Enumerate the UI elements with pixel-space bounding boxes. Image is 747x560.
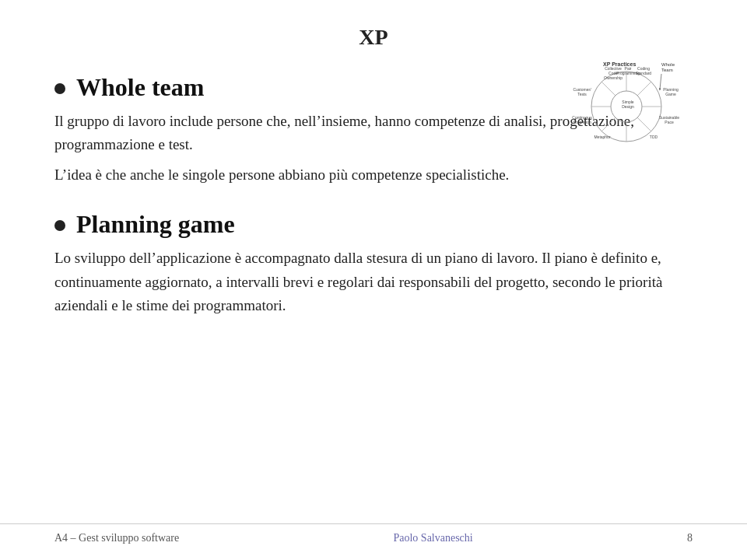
svg-text:Metaphor: Metaphor — [594, 135, 610, 139]
bullet-dot-2 — [54, 220, 65, 231]
slide-container: XP XP Practices Whole Team Collective Co… — [0, 0, 747, 560]
footer-left: A4 – Gest sviluppo software — [54, 532, 179, 544]
section2-text1: Lo sviluppo dell’applicazione è accompag… — [54, 250, 538, 266]
svg-text:Pace: Pace — [665, 120, 674, 124]
svg-text:Integration: Integration — [573, 120, 591, 124]
section2-body1: Lo sviluppo dell’applicazione è accompag… — [54, 247, 693, 317]
section1-text2: L’idea è che anche le singole persone ab… — [54, 166, 509, 183]
svg-line-9 — [601, 82, 615, 96]
section-planning-game: Planning game Lo sviluppo dell’applicazi… — [54, 210, 693, 317]
diagram-svg: XP Practices Whole Team Collective Code … — [568, 54, 693, 148]
section2-title-row: Planning game — [54, 210, 693, 239]
bullet-dot-1 — [54, 83, 65, 94]
footer: A4 – Gest sviluppo software Paolo Salvan… — [0, 523, 747, 544]
svg-line-12 — [637, 117, 651, 131]
svg-text:Tests: Tests — [577, 92, 587, 96]
svg-line-10 — [637, 82, 651, 96]
svg-text:Programming: Programming — [616, 71, 640, 75]
section1-body2: L’idea è che anche le singole persone ab… — [54, 163, 693, 187]
svg-text:Game: Game — [665, 92, 676, 96]
xp-practices-diagram: XP Practices Whole Team Collective Code … — [568, 54, 693, 148]
section1-text1: Il gruppo di lavoro include persone che,… — [54, 113, 634, 152]
section2-title: Planning game — [76, 210, 235, 239]
svg-text:Whole: Whole — [661, 62, 675, 67]
svg-text:Team: Team — [661, 68, 673, 72]
section1-title: Whole team — [76, 73, 204, 102]
svg-text:TDD: TDD — [650, 135, 658, 139]
svg-line-32 — [660, 74, 661, 89]
svg-line-11 — [601, 117, 615, 131]
svg-text:Design: Design — [622, 104, 634, 109]
footer-center: Paolo Salvaneschi — [393, 532, 472, 544]
svg-text:Ownership: Ownership — [604, 75, 622, 80]
footer-right: 8 — [687, 532, 693, 544]
slide-title: XP — [359, 25, 388, 49]
